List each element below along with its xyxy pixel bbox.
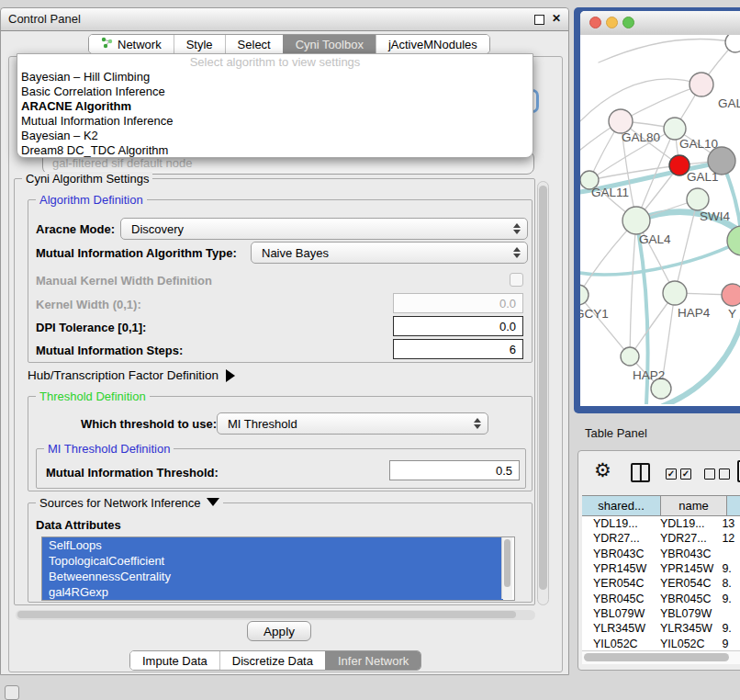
checked-box-icon: ✓ xyxy=(666,469,677,480)
attribute-list-item[interactable]: TopologicalCoefficient xyxy=(42,553,503,569)
tab-label: Impute Data xyxy=(142,654,207,668)
kernel-width-label: Kernel Width (0,1): xyxy=(36,298,141,311)
kernel-width-input[interactable]: 0.0 xyxy=(393,293,523,313)
mi-steps-input[interactable]: 6 xyxy=(393,339,523,359)
table-column-header[interactable]: A xyxy=(727,495,740,516)
table-cell: YIL052C xyxy=(582,638,656,650)
apply-button-label: Apply xyxy=(263,625,295,638)
tab-label: Select xyxy=(238,38,271,51)
control-panel-titlebar[interactable]: Control Panel ✕ xyxy=(1,8,568,31)
minimize-traffic-light[interactable] xyxy=(606,17,618,28)
network-window-inner: GALGAL80GAL10GAL1GAL11SWI4GAL4GCY1HAP4YH… xyxy=(580,11,740,406)
list-scrollbar[interactable] xyxy=(501,537,512,599)
float-window-icon[interactable] xyxy=(534,15,544,25)
network-window-titlebar[interactable] xyxy=(580,11,740,36)
table-header-row[interactable]: shared...nameA xyxy=(582,495,740,516)
node-pink-top[interactable] xyxy=(690,73,713,96)
table-rows: YDL19...YDL19...13YDR27...YDR27...12YBR0… xyxy=(582,516,740,650)
node-ring[interactable] xyxy=(725,35,740,52)
dpi-tolerance-label: DPI Tolerance [0,1]: xyxy=(36,321,146,334)
attribute-list-item[interactable]: gal4RGexp xyxy=(42,584,503,600)
table-cell: YLR345W xyxy=(582,622,656,635)
algorithm-option[interactable]: Dream8 DC_TDC Algorithm xyxy=(17,143,533,158)
node-swi4[interactable] xyxy=(687,188,709,210)
tab-select[interactable]: Select xyxy=(225,35,283,53)
table-row[interactable]: YPR145WYPR145W9. xyxy=(582,561,740,576)
which-threshold-select[interactable]: MI Threshold xyxy=(217,412,488,435)
node-big-green[interactable] xyxy=(727,226,740,255)
select-all-checkboxes-icon[interactable]: ✓✓ xyxy=(666,469,691,480)
manual-kernel-label: Manual Kernel Width Definition xyxy=(36,274,212,288)
aracne-mode-select[interactable]: Discovery xyxy=(120,218,528,240)
algorithm-option[interactable]: Basic Correlation Inference xyxy=(17,85,533,99)
apply-button[interactable]: Apply xyxy=(247,621,311,641)
sources-title[interactable]: Sources for Network Inference xyxy=(36,496,223,510)
close-icon[interactable]: ✕ xyxy=(552,12,561,25)
settings-vertical-scrollbar[interactable] xyxy=(537,181,549,605)
table-cell: YER054C xyxy=(656,577,717,590)
control-panel-tabbar: Network Style Select Cyni Toolbox jActiv… xyxy=(88,34,490,54)
algorithm-option[interactable]: ARACNE Algorithm xyxy=(17,99,533,114)
bottom-left-widget-icon[interactable] xyxy=(5,685,19,700)
cyni-algorithm-settings-group: Cyni Algorithm Settings Algorithm Defini… xyxy=(14,178,535,605)
tab-label: jActiveMNodules xyxy=(388,38,477,51)
mi-threshold-input[interactable]: 0.5 xyxy=(389,460,520,480)
table-row[interactable]: YDL19...YDL19...13 xyxy=(582,516,740,531)
expanded-arrow-icon xyxy=(207,498,219,506)
dpi-tolerance-input[interactable]: 0.0 xyxy=(393,316,523,336)
deselect-all-checkboxes-icon[interactable] xyxy=(704,469,730,480)
tab-cyni-toolbox[interactable]: Cyni Toolbox xyxy=(283,35,376,53)
node-hap4[interactable] xyxy=(663,281,687,305)
tab-impute-data[interactable]: Impute Data xyxy=(130,651,219,670)
table-row[interactable]: YER054CYER054C8. xyxy=(582,576,740,591)
hub-definition-toggle[interactable]: Hub/Transcription Factor Definition xyxy=(28,368,235,382)
node-label-gal1: GAL1 xyxy=(687,170,719,184)
settings-horizontal-scrollbar[interactable] xyxy=(16,610,535,620)
close-traffic-light[interactable] xyxy=(589,17,601,28)
tab-label: Discretize Data xyxy=(232,654,313,668)
aracne-mode-label: Aracne Mode: xyxy=(36,222,115,236)
cyni-bottom-tabbar: Impute Data Discretize Data Infer Networ… xyxy=(129,650,421,671)
table-column-header[interactable]: name xyxy=(661,495,727,516)
screen: Control Panel ✕ Network Style Select Cyn… xyxy=(0,0,740,700)
tab-style[interactable]: Style xyxy=(174,35,225,53)
table-horizontal-scrollbar[interactable] xyxy=(582,650,740,664)
table-column-header[interactable]: shared... xyxy=(582,495,661,516)
table-row[interactable]: YLR345WYLR345W9. xyxy=(582,621,740,636)
tab-discretize-data[interactable]: Discretize Data xyxy=(219,651,325,670)
tab-infer-network[interactable]: Infer Network xyxy=(325,651,420,670)
table-cell: YER054C xyxy=(582,577,656,590)
spinner-arrows-icon xyxy=(513,247,521,258)
data-attributes-list[interactable]: SelfLoopsTopologicalCoefficientBetweenne… xyxy=(41,536,515,601)
tab-network[interactable]: Network xyxy=(89,35,174,53)
table-row[interactable]: YBR043CYBR043C xyxy=(582,547,740,561)
table-cell: YDR27... xyxy=(582,532,656,545)
aracne-mode-value: Discovery xyxy=(131,222,184,236)
node-hap2[interactable] xyxy=(621,347,639,366)
manual-kernel-checkbox[interactable] xyxy=(510,273,523,287)
table-row[interactable]: YBR045CYBR045C9. xyxy=(582,591,740,605)
node-gcy1[interactable] xyxy=(580,285,589,305)
algorithm-option[interactable]: Bayesian – Hill Climbing xyxy=(17,70,533,85)
table-settings-gear-icon[interactable]: ⚙ xyxy=(594,459,611,481)
table-row[interactable]: YDR27...YDR27...12 xyxy=(582,531,740,546)
node-gal4[interactable] xyxy=(622,207,650,234)
attribute-list-item[interactable]: BetweennessCentrality xyxy=(42,569,503,584)
column-visibility-icon[interactable] xyxy=(631,463,650,482)
node-label-swi4: SWI4 xyxy=(700,209,730,223)
algorithm-option[interactable]: Bayesian – K2 xyxy=(17,129,533,143)
network-canvas[interactable]: GALGAL80GAL10GAL1GAL11SWI4GAL4GCY1HAP4YH… xyxy=(580,35,740,404)
table-row[interactable]: YIL052CYIL052C9 xyxy=(582,636,740,650)
node-pink-right[interactable] xyxy=(722,284,740,306)
table-cell: YBL079W xyxy=(582,607,656,620)
network-tab-icon xyxy=(101,37,113,51)
table-row[interactable]: YBL079WYBL079W xyxy=(582,606,740,621)
zoom-traffic-light[interactable] xyxy=(622,17,634,28)
attribute-list-item[interactable]: SelfLoops xyxy=(42,537,503,553)
table-panel-title: Table Panel xyxy=(585,426,647,440)
dropdown-items: Bayesian – Hill ClimbingBasic Correlatio… xyxy=(17,70,533,158)
algorithm-option[interactable]: Mutual Information Inference xyxy=(17,114,533,129)
mi-type-select[interactable]: Naive Bayes xyxy=(251,242,528,264)
tab-jactivemnodules[interactable]: jActiveMNodules xyxy=(376,35,489,53)
threshold-definition-group: Threshold Definition Which threshold to … xyxy=(28,396,533,491)
